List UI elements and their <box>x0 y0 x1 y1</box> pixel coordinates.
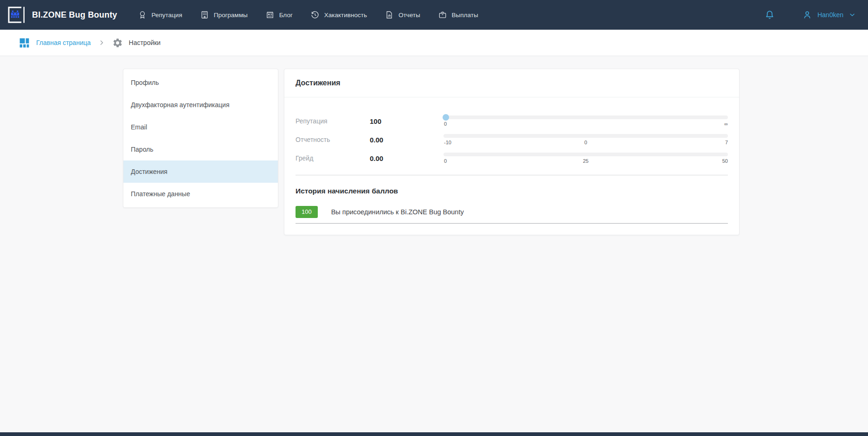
card-title: Достижения <box>284 69 739 97</box>
card-body: Репутация 100 0 ∞ Отчетность 0.00 <box>284 97 739 235</box>
metric-label: Отчетность <box>296 130 370 149</box>
metric-slider: -10 0 7 <box>444 130 728 149</box>
sidebar-item-label: Пароль <box>131 146 154 153</box>
newspaper-icon <box>265 10 275 19</box>
footer-strip <box>0 432 868 436</box>
sidebar-item-label: Платежные данные <box>131 190 190 198</box>
history-title: История начисления баллов <box>296 187 728 195</box>
sidebar-item-achievements[interactable]: Достижения <box>123 160 278 183</box>
tick-mid: 0 <box>584 140 587 145</box>
settings-page: Профиль Двухфакторная аутентификация Ema… <box>0 56 868 235</box>
slider-ticks: 0 25 50 <box>444 158 728 165</box>
breadcrumb-home-label: Главная страница <box>36 39 91 46</box>
metric-label: Репутация <box>296 112 370 130</box>
username: Han0ken <box>817 11 843 19</box>
nav-item-blog[interactable]: Блог <box>265 10 293 19</box>
metric-label: Грейд <box>296 149 370 167</box>
main-nav: Репутация Программы <box>138 10 478 19</box>
sidebar-item-label: Двухфакторная аутентификация <box>131 101 229 109</box>
tick-min: -10 <box>444 140 451 145</box>
building-icon <box>200 10 209 19</box>
metric-slider: 0 ∞ <box>444 112 728 130</box>
nav-item-programs[interactable]: Программы <box>200 10 248 19</box>
briefcase-icon <box>438 10 447 19</box>
nav-item-label: Хакактивность <box>324 12 367 19</box>
breadcrumb-home-link[interactable]: Главная страница <box>19 37 91 49</box>
sidebar-item-label: Email <box>131 123 147 131</box>
history-text: Вы присоединились к Bi.ZONE Bug Bounty <box>331 208 464 216</box>
sidebar-item-email[interactable]: Email <box>123 116 278 138</box>
nav-item-hacktivity[interactable]: Хакактивность <box>310 10 367 19</box>
brand-title: BI.ZONE Bug Bounty <box>32 10 117 20</box>
sidebar-item-label: Профиль <box>131 79 159 86</box>
tick-min: 0 <box>444 158 447 164</box>
metric-value: 0.00 <box>370 130 444 149</box>
nav-item-label: Отчеты <box>399 12 420 19</box>
sidebar-item-profile[interactable]: Профиль <box>123 71 278 94</box>
chevron-down-icon <box>849 11 856 19</box>
gear-icon <box>112 38 123 48</box>
nav-item-label: Блог <box>279 12 293 19</box>
section-divider <box>296 175 728 175</box>
slider-track[interactable] <box>444 134 728 138</box>
history-row: 100 Вы присоединились к Bi.ZONE Bug Boun… <box>296 206 728 224</box>
tick-mid: 25 <box>583 158 588 164</box>
sidebar-item-payment-data[interactable]: Платежные данные <box>123 183 278 205</box>
metric-row-reporting: Отчетность 0.00 -10 0 7 <box>296 130 728 149</box>
breadcrumb-current-label: Настройки <box>129 39 161 46</box>
notifications-bell-icon[interactable] <box>764 9 775 20</box>
slider-track[interactable] <box>444 115 728 119</box>
medal-icon <box>138 10 147 19</box>
metric-row-grade: Грейд 0.00 0 25 50 <box>296 149 728 167</box>
metric-value: 0.00 <box>370 149 444 167</box>
slider-thumb[interactable] <box>443 114 449 121</box>
top-navbar: BI.ZONE Bug Bounty Репутация <box>0 0 868 30</box>
sidebar-item-password[interactable]: Пароль <box>123 138 278 160</box>
settings-sidebar: Профиль Двухфакторная аутентификация Ema… <box>123 69 278 208</box>
metric-slider: 0 25 50 <box>444 149 728 167</box>
tick-min: 0 <box>444 121 447 127</box>
points-badge: 100 <box>296 206 318 218</box>
nav-item-label: Выплаты <box>452 12 478 19</box>
nav-item-reputation[interactable]: Репутация <box>138 10 182 19</box>
tick-max: 50 <box>722 158 728 164</box>
dashboard-grid-icon <box>19 37 30 49</box>
tick-max: 7 <box>725 140 728 145</box>
achievements-card: Достижения Репутация 100 0 ∞ <box>284 69 739 235</box>
sidebar-item-label: Достижения <box>131 168 167 175</box>
sidebar-item-2fa[interactable]: Двухфакторная аутентификация <box>123 94 278 116</box>
nav-item-payouts[interactable]: Выплаты <box>438 10 478 19</box>
report-icon <box>385 10 394 19</box>
chevron-right-icon <box>98 39 105 46</box>
brand[interactable]: BI.ZONE Bug Bounty <box>6 6 117 24</box>
metric-row-reputation: Репутация 100 0 ∞ <box>296 112 728 130</box>
nav-item-reports[interactable]: Отчеты <box>385 10 420 19</box>
breadcrumb: Главная страница Настройки <box>0 30 868 56</box>
brand-logo-icon <box>6 6 26 24</box>
slider-ticks: -10 0 7 <box>444 140 728 146</box>
navbar-right: Han0ken <box>764 9 856 20</box>
slider-track[interactable] <box>444 153 728 156</box>
nav-item-label: Репутация <box>152 12 182 19</box>
slider-ticks: 0 ∞ <box>444 121 728 128</box>
metric-value: 100 <box>370 112 444 130</box>
user-menu[interactable]: Han0ken <box>802 10 856 20</box>
nav-item-label: Программы <box>214 12 248 19</box>
breadcrumb-current: Настройки <box>112 38 161 48</box>
user-icon <box>802 10 812 20</box>
tick-max: ∞ <box>724 121 728 127</box>
history-icon <box>310 10 320 19</box>
